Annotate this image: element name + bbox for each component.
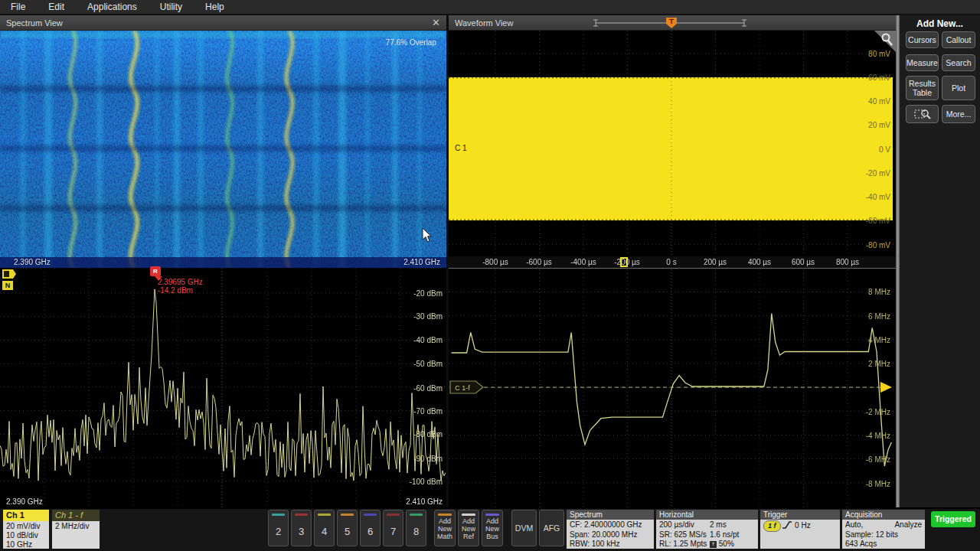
acquisition-sample: Sample: 12 bits [845,530,922,540]
close-icon[interactable]: ✕ [432,18,440,28]
trace-tag-icon[interactable] [2,269,16,279]
channel-6-button[interactable]: 6 [360,510,381,546]
spectrum-rbw: RBW: 100 kHz [570,540,651,549]
spectrogram-start-freq: 2.390 GHz [14,258,51,266]
mv-tick: -20 mV [825,169,890,178]
spectrum-stop-freq: 2.410 GHz [354,497,443,506]
mv-tick: -80 mV [825,241,890,249]
freq-trace-tag[interactable]: C 1-f [449,380,485,394]
mhz-tick: 8 MHz [825,288,890,296]
mv-tick: 40 mV [825,97,890,106]
dbm-tick: -100 dBm [352,478,443,486]
ch1-bandwidth: 10 GHz [6,540,46,549]
menu-applications[interactable]: Applications [87,2,137,12]
horizontal-sr: SR: 625 MS/s [659,530,710,540]
afg-button[interactable]: AFG [539,510,564,546]
marker-freq-readout: 2.39695 GHz [158,278,203,286]
svg-text:C 1-f: C 1-f [455,384,470,392]
mv-tick: 20 mV [825,121,890,129]
dbm-tick: -80 dBm [352,430,443,439]
add-cursors-button[interactable]: Cursors [906,31,939,48]
dbm-tick: -70 dBm [352,407,443,416]
mv-tick: 0 V [825,145,890,154]
ch1-label[interactable]: C 1 [455,144,467,152]
mv-tick: -40 mV [825,193,890,201]
acquisition-count: 643 Acqs [845,540,922,549]
dbm-tick: -90 dBm [352,455,443,463]
acquisition-mode: Auto, [845,520,863,530]
dvm-button[interactable]: DVM [511,510,537,546]
spectrum-start-freq: 2.390 GHz [6,497,43,506]
mhz-tick: 6 MHz [825,311,890,320]
acquisition-info-panel[interactable]: Acquisition Auto, Analyze Sample: 12 bit… [842,510,925,549]
spectrum-view-titlebar: Spectrum View ✕ [0,15,446,31]
menu-edit[interactable]: Edit [48,2,64,12]
mhz-tick: 4 MHz [825,336,890,344]
ch1-scale: 20 mV/div [6,522,46,531]
horizontal-resolution: 1.6 ns/pt [710,530,755,540]
mv-tick: 60 mV [825,73,890,82]
overlap-readout: 77.6% Overlap [345,38,436,47]
freq-vs-time-plot[interactable] [449,269,896,507]
horizontal-position-ruler[interactable]: T [591,16,749,30]
normal-trace-badge[interactable]: N [2,281,13,290]
marker-flag-icon[interactable]: R [150,266,161,276]
menu-bar: File Edit Applications Utility Help [0,0,980,15]
add-measure-button[interactable]: Measure [906,54,939,71]
ch1f-badge[interactable]: Ch 1 - f 2 MHz/div [52,510,100,549]
spectrum-panel-title: Spectrum [567,510,654,520]
add-new-math-button[interactable]: Add New Math [434,510,456,546]
mv-tick: -60 mV [825,217,890,225]
mhz-tick: -6 MHz [825,455,890,464]
waveform-view-title: Waveform View [455,18,513,28]
channel-2-button[interactable]: 2 [268,510,289,546]
ch1-badge[interactable]: Ch 1 20 mV/div 10 dB/div 10 GHz [3,510,49,549]
dbm-tick: -40 dBm [352,336,443,344]
horizontal-panel-title: Horizontal [656,510,758,520]
add-results-table-button[interactable]: Results Table [906,76,939,100]
acquisition-analyze: Analyze [894,520,922,530]
ch1f-scale: 2 MHz/div [55,522,96,531]
zero-level-arrow-icon [880,382,892,393]
spectrogram-heatmap[interactable] [0,31,446,268]
trigger-panel-title: Trigger [760,510,840,520]
menu-file[interactable]: File [11,2,25,12]
spectrogram-stop-freq: 2.410 GHz [352,258,440,266]
zoom-select-icon [914,108,931,120]
cursor-arrow-icon [422,228,433,243]
trigger-pos-icon: T [710,541,717,548]
mhz-tick: 2 MHz [825,360,890,368]
channel-3-button[interactable]: 3 [291,510,312,546]
add-new-ref-button[interactable]: Add New Ref [458,510,479,546]
horizontal-scale: 200 µs/div [659,520,710,530]
channel-8-button[interactable]: 8 [406,510,426,546]
rising-edge-icon [782,521,792,529]
zoom-select-button[interactable] [906,105,939,123]
axis-divider [449,268,896,269]
mhz-tick: -2 MHz [825,407,890,416]
add-plot-button[interactable]: Plot [942,76,975,100]
menu-help[interactable]: Help [205,2,224,12]
add-new-bus-button[interactable]: Add New Bus [482,510,503,546]
add-search-button[interactable]: Search [942,54,975,71]
oscilloscope-screen: File Edit Applications Utility Help Spec… [0,0,980,551]
more-button[interactable]: More... [942,105,975,123]
menu-utility[interactable]: Utility [160,2,182,12]
marker-level-readout: -14.2 dBm [158,286,193,295]
spectrum-view-title: Spectrum View [6,18,63,28]
horizontal-position: T 50% [710,540,755,549]
channel-4-button[interactable]: 4 [314,510,335,546]
spectrum-info-panel[interactable]: Spectrum CF: 2.40000000 GHz Span: 20.000… [567,510,654,549]
channel-7-button[interactable]: 7 [383,510,403,546]
horizontal-rl: RL: 1.25 Mpts [659,540,710,549]
horizontal-info-panel[interactable]: Horizontal 200 µs/div 2 ms SR: 625 MS/s … [656,510,758,549]
trigger-info-panel[interactable]: Trigger 1 f 0 Hz [760,510,840,549]
delay-marker-icon[interactable] [620,257,628,267]
ch1f-badge-title: Ch 1 - f [52,510,100,521]
ch1-db-scale: 10 dB/div [6,531,46,540]
channel-5-button[interactable]: 5 [337,510,358,546]
add-callout-button[interactable]: Callout [942,31,975,48]
time-tick: 800 µs [817,258,878,266]
dbm-tick: -50 dBm [352,360,443,368]
dbm-tick: -60 dBm [352,384,443,393]
